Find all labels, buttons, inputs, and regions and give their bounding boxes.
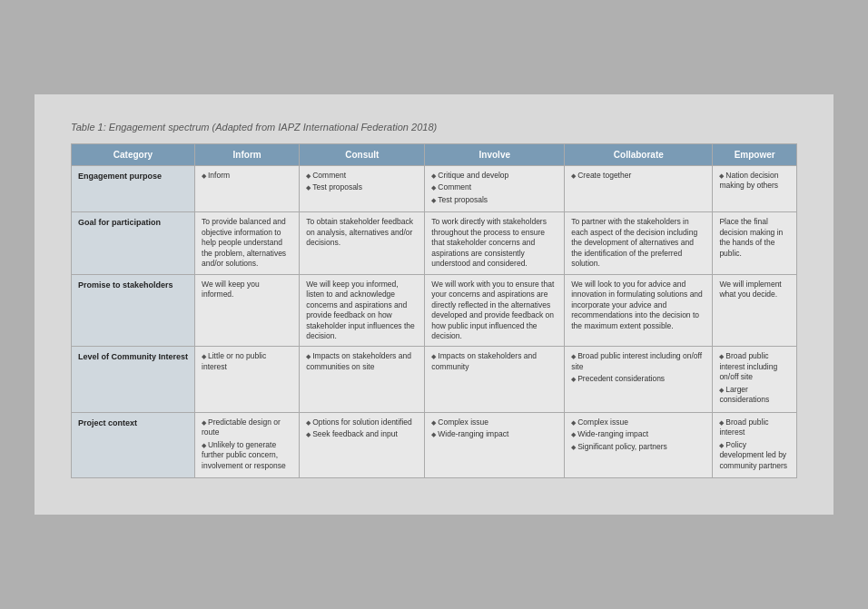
table-header-row: CategoryInformConsultInvolveCollaborateE… — [72, 143, 797, 165]
inform-cell-0: Inform — [195, 165, 300, 211]
empower-cell-1: Place the final decision making in the h… — [713, 212, 797, 274]
engagement-table: CategoryInformConsultInvolveCollaborateE… — [71, 143, 797, 478]
list-item: Broad public interest — [719, 417, 790, 438]
list-item: Larger considerations — [719, 385, 790, 406]
inform-cell-3: Little or no public interest — [195, 347, 300, 412]
list-item: Create together — [571, 171, 705, 181]
empower-cell-0: Nation decision making by others — [713, 165, 797, 211]
list-item: Comment — [431, 182, 557, 192]
list-item: Complex issue — [431, 417, 557, 427]
consult-cell-1: To obtain stakeholder feedback on analys… — [300, 212, 425, 274]
list-item: Comment — [306, 171, 418, 181]
category-cell-4: Project context — [72, 412, 195, 477]
list-item: Test proposals — [306, 182, 418, 192]
table-row: Project contextPredictable design or rou… — [72, 412, 797, 477]
consult-cell-2: We will keep you informed, listen to and… — [300, 274, 425, 347]
list-item: Critique and develop — [431, 171, 557, 181]
collaborate-cell-3: Broad public interest including on/off s… — [565, 347, 713, 412]
empower-cell-3: Broad public interest including on/off s… — [713, 347, 797, 412]
list-item: Complex issue — [571, 417, 705, 427]
table-row: Goal for participationTo provide balance… — [72, 212, 797, 274]
category-cell-2: Promise to stakeholders — [72, 274, 195, 347]
empower-cell-2: We will implement what you decide. — [713, 274, 797, 347]
column-header-category: Category — [72, 143, 195, 165]
list-item: Seek feedback and input — [306, 429, 418, 439]
list-item: Broad public interest including on/off s… — [719, 351, 790, 382]
list-item: Significant policy, partners — [571, 442, 705, 452]
list-item: Little or no public interest — [202, 351, 292, 372]
involve-cell-2: We will work with you to ensure that you… — [425, 274, 565, 347]
category-cell-1: Goal for participation — [72, 212, 195, 274]
category-cell-0: Engagement purpose — [72, 165, 195, 211]
consult-cell-3: Impacts on stakeholders and communities … — [300, 347, 425, 412]
list-item: Policy development led by community part… — [719, 440, 790, 471]
empower-cell-4: Broad public interestPolicy development … — [713, 412, 797, 477]
inform-cell-4: Predictable design or routeUnlikely to g… — [195, 412, 300, 477]
involve-cell-1: To work directly with stakeholders throu… — [425, 212, 565, 274]
column-header-inform: Inform — [195, 143, 300, 165]
column-header-collaborate: Collaborate — [565, 143, 713, 165]
column-header-empower: Empower — [713, 143, 797, 165]
collaborate-cell-0: Create together — [565, 165, 713, 211]
list-item: Test proposals — [431, 195, 557, 205]
list-item: Wide-ranging impact — [431, 429, 557, 439]
column-header-involve: Involve — [425, 143, 565, 165]
table-row: Level of Community InterestLittle or no … — [72, 347, 797, 412]
list-item: Nation decision making by others — [719, 171, 790, 192]
column-header-consult: Consult — [300, 143, 425, 165]
consult-cell-4: Options for solution identifiedSeek feed… — [300, 412, 425, 477]
involve-cell-4: Complex issueWide-ranging impact — [425, 412, 565, 477]
page-container: Table 1: Engagement spectrum (Adapted fr… — [35, 94, 833, 515]
involve-cell-0: Critique and developCommentTest proposal… — [425, 165, 565, 211]
collaborate-cell-1: To partner with the stakeholders in each… — [565, 212, 713, 274]
inform-cell-1: To provide balanced and objective inform… — [195, 212, 300, 274]
collaborate-cell-2: We will look to you for advice and innov… — [565, 274, 713, 347]
table-title: Table 1: Engagement spectrum (Adapted fr… — [71, 122, 797, 133]
list-item: Unlikely to generate further public conc… — [202, 440, 292, 471]
list-item: Precedent considerations — [571, 374, 705, 384]
list-item: Broad public interest including on/off s… — [571, 351, 705, 372]
list-item: Impacts on stakeholders and community — [431, 351, 557, 372]
list-item: Predictable design or route — [202, 417, 292, 438]
list-item: Inform — [202, 171, 292, 181]
list-item: Wide-ranging impact — [571, 429, 705, 439]
involve-cell-3: Impacts on stakeholders and community — [425, 347, 565, 412]
category-cell-3: Level of Community Interest — [72, 347, 195, 412]
list-item: Options for solution identified — [306, 417, 418, 427]
collaborate-cell-4: Complex issueWide-ranging impactSignific… — [565, 412, 713, 477]
table-row: Engagement purposeInformCommentTest prop… — [72, 165, 797, 211]
consult-cell-0: CommentTest proposals — [300, 165, 425, 211]
list-item: Impacts on stakeholders and communities … — [306, 351, 418, 372]
inform-cell-2: We will keep you informed. — [195, 274, 300, 347]
table-row: Promise to stakeholdersWe will keep you … — [72, 274, 797, 347]
